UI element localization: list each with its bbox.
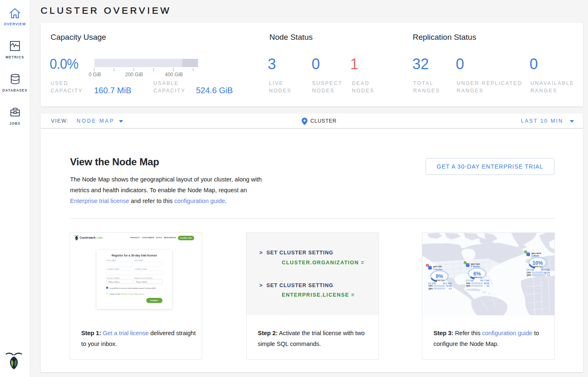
svg-text:36.4 GiB: 36.4 GiB: [541, 268, 550, 271]
svg-text:3.6 GiB: 3.6 GiB: [526, 268, 534, 271]
svg-text:2 Nodes: 2 Nodes: [471, 265, 481, 268]
svg-text:13.3%: 13.3%: [544, 272, 550, 274]
svg-text:3.7 GiB: 3.7 GiB: [466, 279, 474, 282]
svg-text:42.5%: 42.5%: [484, 283, 489, 285]
svg-text:10%: 10%: [532, 260, 543, 266]
svg-text:11.0%: 11.0%: [446, 285, 452, 287]
svg-text:QPS: QPS: [428, 288, 433, 290]
svg-text:CPU: CPU: [466, 283, 471, 285]
svg-text:6%: 6%: [473, 271, 481, 277]
svg-text:CAPACITY: CAPACITY: [532, 266, 543, 268]
svg-text:1 Node: 1 Node: [532, 254, 540, 257]
svg-text:geo-nyc: geo-nyc: [471, 263, 481, 265]
svg-text:65.7 GiB: 65.7 GiB: [480, 279, 489, 282]
svg-text:35.1 GiB: 35.1 GiB: [443, 282, 452, 285]
svg-text:geo-sfo: geo-sfo: [433, 265, 442, 268]
svg-text:3.2 GiB: 3.2 GiB: [428, 282, 436, 285]
svg-text:geo-ams: geo-ams: [532, 252, 542, 254]
svg-text:2 Nodes: 2 Nodes: [433, 268, 443, 271]
svg-text:QPS: QPS: [466, 285, 471, 287]
svg-text:QPS: QPS: [527, 274, 531, 276]
svg-text:CAPACITY: CAPACITY: [434, 279, 445, 281]
svg-text:9%: 9%: [436, 273, 443, 279]
svg-text:0.0: 0.0: [486, 285, 489, 287]
svg-text:CAPACITY: CAPACITY: [472, 276, 482, 278]
svg-text:CPU: CPU: [428, 285, 433, 287]
svg-text:CPU: CPU: [527, 272, 531, 274]
svg-text:0.4: 0.4: [547, 274, 550, 276]
svg-text:4.7: 4.7: [449, 288, 452, 290]
